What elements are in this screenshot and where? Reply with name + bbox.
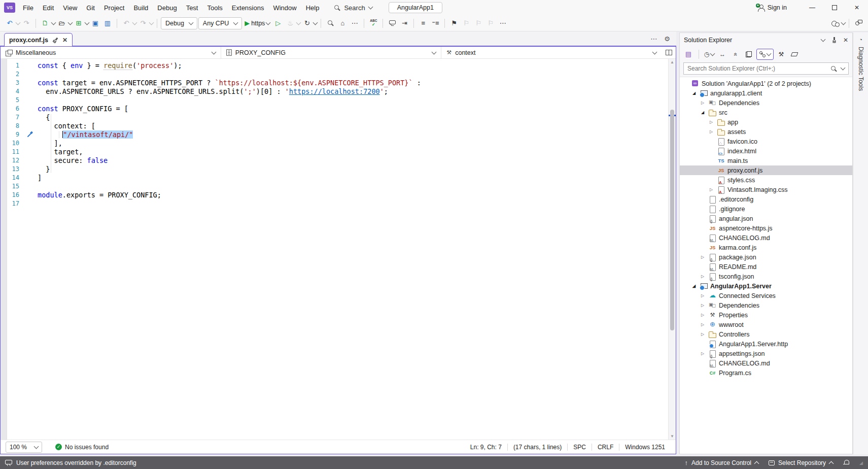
select-repository-button[interactable]: Select Repository	[769, 459, 833, 466]
close-button[interactable]: ✕	[846, 0, 868, 15]
tree-item-readme-md[interactable]: README.md	[680, 262, 852, 272]
tree-item-gitignore[interactable]: .gitignore	[680, 204, 852, 214]
tree-item-changelog-md[interactable]: CHANGELOG.md	[680, 358, 852, 368]
tree-item-dependencies[interactable]: ▷Dependencies	[680, 300, 852, 310]
tree-item-karma-conf-js[interactable]: karma.conf.js	[680, 243, 852, 252]
add-item-button[interactable]: ⊞	[73, 17, 84, 29]
toolbar-overflow-button[interactable]: ⋯	[349, 17, 360, 29]
expanded-arrow-icon[interactable]: ◢	[690, 91, 698, 95]
collapse-all-button[interactable]: «	[730, 49, 741, 60]
expanded-arrow-icon[interactable]: ◢	[690, 284, 698, 288]
code-line-3[interactable]: 3const target = env.ASPNETCORE_HTTPS_POR…	[7, 79, 668, 87]
tree-item-aspnetcore-https-js[interactable]: aspnetcore-https.js	[680, 223, 852, 233]
solution-explorer-search[interactable]	[683, 62, 849, 75]
code-line-14[interactable]: 14]	[7, 174, 668, 182]
open-file-button[interactable]: 🗁	[56, 17, 67, 29]
scroll-up-icon[interactable]: ▲	[669, 60, 676, 64]
send-feedback-button[interactable]	[853, 17, 864, 29]
quick-actions-screwdriver-icon[interactable]	[24, 130, 38, 139]
search-options-chevron[interactable]	[841, 65, 846, 71]
tree-item-proxy-conf-js[interactable]: proxy.conf.js	[680, 165, 852, 175]
issues-status-label[interactable]: No issues found	[65, 444, 109, 451]
collapsed-arrow-icon[interactable]: ▷	[699, 255, 706, 259]
code-line-2[interactable]: 2	[7, 70, 668, 79]
pin-tab-icon[interactable]	[51, 36, 59, 44]
code-line-10[interactable]: 10 ],	[7, 139, 668, 148]
menu-item-edit[interactable]: Edit	[38, 2, 58, 14]
menu-item-debug[interactable]: Debug	[153, 2, 181, 14]
solution-platforms-combo[interactable]: Any CPU	[198, 17, 242, 29]
solution-name-pill[interactable]: AngularApp1	[389, 2, 442, 13]
code-line-7[interactable]: 7 {	[7, 113, 668, 122]
menu-item-view[interactable]: View	[58, 2, 82, 14]
collapsed-arrow-icon[interactable]: ▷	[699, 351, 706, 356]
project-dropdown[interactable]: Miscellaneous	[1, 47, 221, 58]
scrollbar-thumb[interactable]	[670, 110, 674, 330]
tree-item-wwwroot[interactable]: ▷wwwroot	[680, 320, 852, 329]
collapsed-arrow-icon[interactable]: ▷	[708, 120, 715, 124]
collapsed-arrow-icon[interactable]: ▷	[699, 332, 706, 337]
editor-status-item[interactable]: Windows 1251	[619, 444, 671, 451]
code-editor[interactable]: 1const { env } = require('process');23co…	[1, 59, 676, 440]
code-line-12[interactable]: 12 secure: false	[7, 156, 668, 165]
navigate-backward-button[interactable]: ↶	[4, 17, 15, 29]
format-document-button[interactable]: ⇥	[399, 17, 410, 29]
start-without-debugging-button[interactable]: ▷	[272, 17, 284, 29]
go-to-document-button[interactable]: ⌂	[337, 17, 348, 29]
redo-chevron[interactable]	[149, 20, 154, 25]
menu-item-build[interactable]: Build	[129, 2, 153, 14]
code-line-5[interactable]: 5	[7, 96, 668, 105]
clean-button[interactable]	[789, 49, 800, 60]
menu-item-project[interactable]: Project	[99, 2, 129, 14]
menu-item-test[interactable]: Test	[182, 2, 203, 14]
collapsed-arrow-icon[interactable]: ▷	[699, 313, 706, 317]
spell-checker-button[interactable]: ABC✓	[368, 17, 379, 29]
menu-item-window[interactable]: Window	[268, 2, 301, 14]
next-bookmark-button[interactable]: ⚐	[473, 17, 484, 29]
code-line-15[interactable]: 15	[7, 182, 668, 191]
previous-bookmark-button[interactable]: ⚐	[461, 17, 472, 29]
code-line-17[interactable]: 17	[7, 199, 668, 208]
tree-item-angularapp1-server-http[interactable]: AngularApp1.Server.http	[680, 339, 852, 349]
hot-reload-button[interactable]: ♨	[285, 17, 296, 29]
tree-item-appsettings-json[interactable]: ▷appsettings.json	[680, 349, 852, 358]
collapsed-arrow-icon[interactable]: ▷	[699, 100, 706, 105]
show-all-files-button[interactable]: ⚒	[776, 49, 787, 60]
increase-indent-button[interactable]: ⁼≡	[430, 17, 441, 29]
tree-item-angularapp1-server[interactable]: ◢AngularApp1.Server	[680, 281, 852, 291]
solution-filter-toggle[interactable]	[756, 49, 774, 60]
undo-button[interactable]: ↶	[121, 17, 132, 29]
tree-item-favicon-ico[interactable]: favicon.ico	[680, 137, 852, 146]
collapsed-arrow-icon[interactable]: ▷	[708, 129, 715, 134]
restart-app-button[interactable]: ↻	[301, 17, 313, 29]
menu-item-tools[interactable]: Tools	[202, 2, 227, 14]
editor-toolbar-overflow-button[interactable]: ⋯	[497, 17, 508, 29]
live-share-button[interactable]	[829, 17, 841, 29]
code-line-6[interactable]: 6const PROXY_CONFIG = [	[7, 105, 668, 113]
pending-changes-filter-button[interactable]: ◷	[704, 49, 715, 60]
code-line-1[interactable]: 1const { env } = require('process');	[7, 61, 668, 70]
new-file-chevron[interactable]	[51, 20, 56, 25]
code-line-9[interactable]: 9 "/vintasoft/api/"	[7, 130, 668, 139]
sync-with-active-document-button[interactable]: ↔	[717, 49, 728, 60]
editor-status-item[interactable]: (17 chars, 1 lines)	[508, 444, 567, 451]
editor-status-item[interactable]: SPC	[568, 444, 592, 451]
restart-chevron[interactable]	[313, 20, 318, 25]
menu-item-extensions[interactable]: Extensions	[227, 2, 269, 14]
collapsed-arrow-icon[interactable]: ▷	[699, 322, 706, 327]
tree-item-styles-css[interactable]: styles.css	[680, 175, 852, 185]
undo-chevron[interactable]	[132, 20, 137, 25]
tree-item-main-ts[interactable]: main.ts	[680, 156, 852, 165]
tree-item-assets[interactable]: ▷assets	[680, 127, 852, 137]
code-line-13[interactable]: 13 }	[7, 165, 668, 174]
tree-item-dependencies[interactable]: ▷Dependencies	[680, 98, 852, 108]
redo-button[interactable]: ↷	[137, 17, 149, 29]
menu-item-git[interactable]: Git	[82, 2, 99, 14]
pin-panel-icon[interactable]	[831, 37, 837, 43]
tree-item-index-html[interactable]: index.html	[680, 146, 852, 156]
clear-bookmarks-button[interactable]: ⚐	[485, 17, 496, 29]
solution-configurations-combo[interactable]: Debug	[161, 17, 197, 29]
tab-overflow-icon[interactable]: ⋯	[650, 35, 657, 43]
new-file-button[interactable]: 🗋	[40, 17, 51, 29]
tree-item-angularapp1-client[interactable]: ◢angularapp1.client	[680, 88, 852, 98]
